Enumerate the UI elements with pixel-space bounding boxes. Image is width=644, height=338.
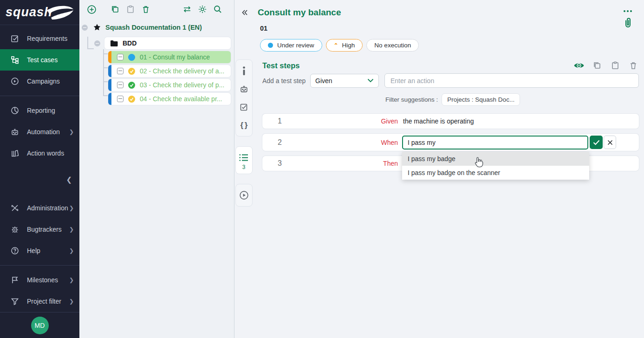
filter-suggestions-row: Filter suggestions : Projects : Squash D… bbox=[385, 93, 639, 106]
status-partial-icon bbox=[128, 68, 135, 75]
chevron-right-icon: ❯ bbox=[69, 226, 74, 233]
tree-item-test-case-02[interactable]: 02 - Check the delivery of a... bbox=[108, 65, 231, 77]
tree-project-row[interactable]: Squash Documentation 1 (EN) bbox=[79, 21, 234, 33]
sidebar-item-milestones[interactable]: Milestones ❯ bbox=[0, 269, 79, 291]
attachments-paperclip-icon[interactable] bbox=[623, 17, 633, 31]
milestones-icon bbox=[10, 276, 19, 285]
add-step-label: Add a test step bbox=[262, 77, 310, 84]
filter-project-chip[interactable]: Projects : Squash Doc... bbox=[442, 93, 520, 106]
autocomplete-option-1[interactable]: I pass my badge bbox=[402, 152, 589, 166]
add-icon[interactable] bbox=[86, 4, 97, 15]
under-review-dot-icon bbox=[268, 43, 273, 48]
add-step-row: Add a test step Given bbox=[262, 73, 639, 88]
sidebar-nav: Requirements Test cases Campaigns Report… bbox=[0, 25, 79, 312]
approved-bar bbox=[108, 65, 111, 77]
anchor-rail: { } 3 bbox=[234, 58, 253, 338]
tree-item-label: 03 - Check the delivery of p... bbox=[140, 81, 224, 89]
import-export-icon[interactable] bbox=[182, 4, 193, 15]
anchor-group-steps: 3 bbox=[235, 146, 253, 174]
collapse-panel-icon[interactable] bbox=[240, 7, 250, 18]
collapse-step-icon[interactable] bbox=[117, 96, 124, 102]
search-icon[interactable] bbox=[212, 4, 223, 15]
collapse-step-icon[interactable] bbox=[117, 82, 124, 88]
sidebar-collapse-button[interactable]: ❮ bbox=[0, 170, 79, 189]
parameters-braces-icon[interactable]: { } bbox=[236, 116, 252, 134]
tree-item-test-case-03[interactable]: 03 - Check the delivery of p... bbox=[108, 79, 231, 91]
step-row-1[interactable]: 1 Given the machine is operating bbox=[262, 114, 639, 129]
project-label: Squash Documentation 1 (EN) bbox=[105, 24, 202, 31]
importance-chip-high[interactable]: ⌃ High bbox=[326, 39, 363, 52]
sidebar-item-label: Project filter bbox=[27, 298, 61, 305]
step-action-text: the machine is operating bbox=[403, 117, 639, 125]
sidebar-item-label: Bugtrackers bbox=[27, 226, 62, 233]
step-edit-input[interactable] bbox=[402, 136, 588, 150]
status-under-review-icon bbox=[128, 54, 135, 61]
collapse-node-icon[interactable] bbox=[82, 25, 88, 31]
paste-icon[interactable] bbox=[125, 4, 136, 15]
sidebar-item-requirements[interactable]: Requirements bbox=[0, 28, 79, 49]
user-avatar[interactable]: MD bbox=[31, 317, 49, 334]
cancel-step-button[interactable] bbox=[604, 136, 616, 149]
preview-eye-icon[interactable] bbox=[573, 60, 585, 71]
paste-steps-icon[interactable] bbox=[610, 60, 621, 71]
more-options-icon[interactable] bbox=[624, 8, 632, 14]
sidebar-item-label: Campaigns bbox=[27, 78, 60, 85]
verified-requirements-icon[interactable] bbox=[236, 98, 252, 116]
keyword-select[interactable]: Given bbox=[310, 74, 379, 88]
autocomplete-option-2[interactable]: I pass my badge on the scanner bbox=[402, 166, 589, 180]
chevron-right-icon: ❯ bbox=[69, 205, 74, 211]
status-chip-under-review[interactable]: Under review bbox=[260, 39, 322, 52]
sidebar-item-reporting[interactable]: Reporting bbox=[0, 100, 79, 121]
keyword-select-value: Given bbox=[315, 77, 332, 84]
sidebar-item-action-words[interactable]: Action words bbox=[0, 143, 79, 164]
chip-label: No execution bbox=[374, 42, 411, 49]
delete-icon[interactable] bbox=[140, 4, 151, 15]
sidebar-item-bugtrackers[interactable]: Bugtrackers ❯ bbox=[0, 219, 79, 240]
information-icon[interactable] bbox=[236, 62, 252, 80]
sidebar-item-campaigns[interactable]: Campaigns bbox=[0, 71, 79, 92]
action-words-icon bbox=[10, 149, 19, 158]
tree-item-label: 01 - Consult my balance bbox=[140, 53, 210, 61]
copy-steps-icon[interactable] bbox=[592, 60, 603, 71]
status-success-icon bbox=[128, 82, 135, 89]
step-number: 3 bbox=[262, 159, 297, 168]
step-row-2[interactable]: 2 When bbox=[262, 134, 639, 151]
sidebar-item-label: Reporting bbox=[27, 107, 55, 114]
executions-play-icon[interactable] bbox=[236, 186, 252, 204]
under-review-bar bbox=[108, 51, 111, 63]
tree-item-label: 04 - Check the available pr... bbox=[140, 95, 222, 103]
copy-icon[interactable] bbox=[110, 4, 121, 15]
anchor-group-executions bbox=[235, 184, 253, 207]
squash-app: squash Requirements Test cases Campaign bbox=[0, 0, 644, 338]
settings-gear-icon[interactable] bbox=[197, 4, 208, 15]
test-steps-panel: Test steps Add a test step bbox=[253, 58, 644, 338]
sidebar-item-administration[interactable]: Administration ❯ bbox=[0, 197, 79, 219]
sidebar-item-label: Milestones bbox=[27, 276, 58, 284]
steps-count-badge: 3 bbox=[242, 164, 246, 172]
sidebar: squash Requirements Test cases Campaign bbox=[0, 0, 79, 338]
tree-folder-row[interactable]: BDD bbox=[104, 37, 231, 49]
tree-item-test-case-04[interactable]: 04 - Check the available pr... bbox=[108, 93, 231, 105]
collapse-step-icon[interactable] bbox=[117, 68, 124, 74]
new-action-input[interactable] bbox=[384, 73, 639, 88]
sidebar-item-project-filter[interactable]: Project filter ❯ bbox=[0, 291, 79, 312]
sidebar-item-test-cases[interactable]: Test cases bbox=[0, 49, 79, 71]
automation-anchor-icon[interactable] bbox=[236, 80, 252, 98]
bugtrackers-icon bbox=[10, 225, 19, 234]
sidebar-item-label: Test cases bbox=[27, 56, 58, 64]
chevron-right-icon: ❯ bbox=[69, 277, 74, 283]
chevron-right-icon: ❯ bbox=[69, 298, 74, 305]
sidebar-item-help[interactable]: Help ❯ bbox=[0, 240, 79, 261]
filter-suggestions-label: Filter suggestions : bbox=[385, 96, 438, 103]
confirm-step-button[interactable] bbox=[590, 136, 603, 149]
step-keyword: Given bbox=[297, 117, 398, 125]
status-partial-icon bbox=[128, 96, 135, 103]
sidebar-item-automation[interactable]: Automation ❯ bbox=[0, 121, 79, 143]
collapse-node-icon[interactable] bbox=[94, 40, 100, 46]
chevron-right-icon: ❯ bbox=[69, 247, 74, 254]
collapse-step-icon[interactable] bbox=[117, 54, 124, 60]
automation-icon bbox=[10, 128, 19, 136]
delete-steps-icon[interactable] bbox=[628, 60, 639, 71]
tree-item-test-case-01[interactable]: 01 - Consult my balance bbox=[108, 51, 231, 63]
folder-label: BDD bbox=[123, 39, 137, 47]
